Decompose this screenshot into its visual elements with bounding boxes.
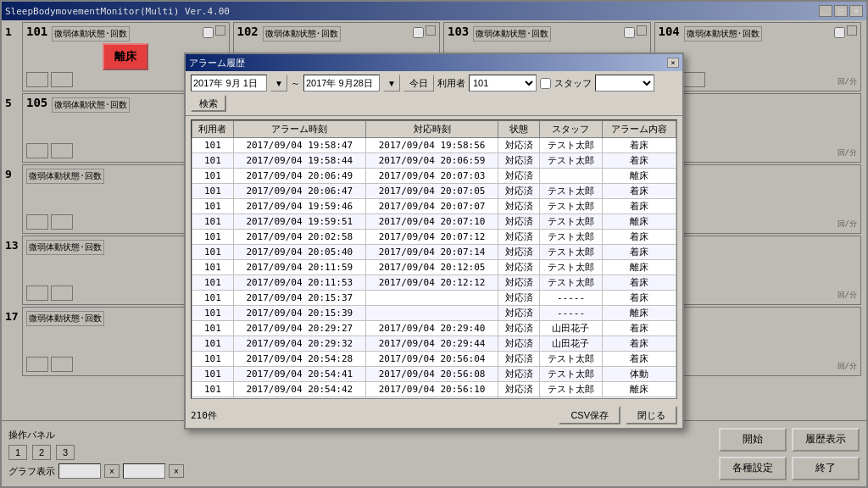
dialog-close-button[interactable]: 閉じる (626, 406, 677, 424)
table-row[interactable]: 1012017/09/04 20:15:39対応済-----離床 (192, 306, 676, 321)
table-row[interactable]: 1012017/09/04 20:55:012017/09/04 20:56:1… (192, 397, 676, 400)
alarm-table-container[interactable]: 利用者 アラーム時刻 対応時刻 状態 スタッフ アラーム内容 1012017/0… (191, 119, 677, 399)
dialog-title: アラーム履歴 (189, 57, 245, 69)
table-row[interactable]: 1012017/09/04 20:54:282017/09/04 20:56:0… (192, 352, 676, 367)
table-row[interactable]: 1012017/09/04 19:59:512017/09/04 20:07:1… (192, 214, 676, 230)
search-button[interactable]: 検索 (191, 95, 226, 112)
table-row[interactable]: 1012017/09/04 20:29:322017/09/04 20:29:4… (192, 336, 676, 352)
today-button[interactable]: 今日 (403, 75, 434, 92)
table-row[interactable]: 1012017/09/04 20:06:492017/09/04 20:07:0… (192, 169, 676, 184)
user-label: 利用者 (437, 77, 465, 90)
date-from-input[interactable] (191, 75, 267, 92)
table-row[interactable]: 1012017/09/04 20:11:592017/09/04 20:12:0… (192, 260, 676, 275)
dialog-overlay: アラーム履歴 × ▼ ～ ▼ 今日 利用者 101 スタッフ (2, 2, 866, 486)
col-header-content: アラーム内容 (603, 121, 676, 138)
table-row[interactable]: 1012017/09/04 20:11:532017/09/04 20:12:1… (192, 275, 676, 291)
table-row[interactable]: 1012017/09/04 20:02:582017/09/04 20:07:1… (192, 230, 676, 245)
csv-save-button[interactable]: CSV保存 (559, 406, 620, 424)
table-row[interactable]: 1012017/09/04 20:05:402017/09/04 20:07:1… (192, 245, 676, 260)
table-row[interactable]: 1012017/09/04 20:15:37対応済-----着床 (192, 291, 676, 306)
user-select[interactable]: 101 (469, 75, 537, 92)
table-row[interactable]: 1012017/09/04 20:54:412017/09/04 20:56:0… (192, 367, 676, 382)
staff-filter-checkbox[interactable] (540, 78, 551, 89)
col-header-alarm-time: アラーム時刻 (233, 121, 365, 138)
alarm-dialog: アラーム履歴 × ▼ ～ ▼ 今日 利用者 101 スタッフ (184, 53, 684, 430)
table-row[interactable]: 1012017/09/04 19:58:472017/09/04 19:58:5… (192, 138, 676, 153)
col-header-staff: スタッフ (539, 121, 602, 138)
dialog-title-bar: アラーム履歴 × (186, 54, 682, 71)
alarm-table: 利用者 アラーム時刻 対応時刻 状態 スタッフ アラーム内容 1012017/0… (192, 120, 676, 399)
date-separator: ～ (291, 77, 300, 90)
date-to-input[interactable] (303, 75, 380, 92)
date-to-dropdown[interactable]: ▼ (383, 75, 400, 92)
dialog-footer: 210件 CSV保存 閉じる (186, 402, 682, 428)
table-row[interactable]: 1012017/09/04 20:54:422017/09/04 20:56:1… (192, 382, 676, 397)
dialog-close-icon[interactable]: × (667, 58, 679, 68)
staff-label: スタッフ (554, 77, 592, 90)
table-row[interactable]: 1012017/09/04 20:29:272017/09/04 20:29:4… (192, 321, 676, 336)
col-header-response-time: 対応時刻 (365, 121, 498, 138)
table-row[interactable]: 1012017/09/04 19:58:442017/09/04 20:06:5… (192, 153, 676, 169)
date-from-dropdown[interactable]: ▼ (270, 75, 287, 92)
app-window: SleepBodymovementMonitor(Multi) Ver.4.00… (0, 0, 868, 488)
footer-buttons: CSV保存 閉じる (559, 406, 677, 424)
staff-select[interactable] (595, 75, 654, 92)
record-count: 210件 (191, 409, 217, 422)
table-row[interactable]: 1012017/09/04 19:59:462017/09/04 20:07:0… (192, 199, 676, 214)
col-header-user: 利用者 (192, 121, 234, 138)
col-header-status: 状態 (498, 121, 540, 138)
dialog-toolbar: ▼ ～ ▼ 今日 利用者 101 スタッフ 検索 (186, 71, 682, 116)
table-row[interactable]: 1012017/09/04 20:06:472017/09/04 20:07:0… (192, 184, 676, 199)
